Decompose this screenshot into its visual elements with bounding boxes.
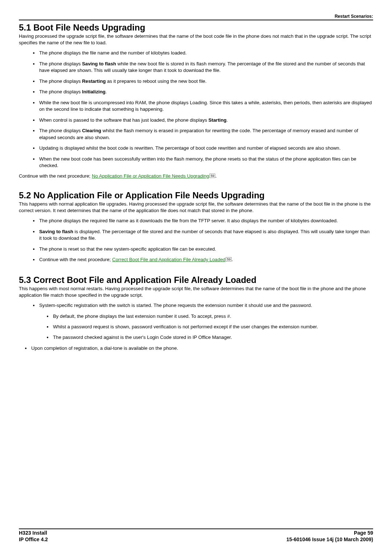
section-title-5-3: 5.3 Correct Boot File and Application Fi… (19, 275, 373, 285)
pageref-box: 59 (226, 257, 232, 262)
list-text: When control is passed to the software t… (39, 117, 208, 123)
list-text: The phone displays (39, 128, 82, 133)
bold-text: Saving to flash (39, 229, 73, 234)
list-item: Continue with the next procedure; Correc… (38, 256, 373, 263)
list-text: The phone is reset so that the new syste… (39, 246, 216, 252)
list-item: The phone displays Saving to flash while… (38, 61, 373, 74)
bold-text: Saving to flash (82, 61, 116, 66)
header-rule (19, 20, 373, 20)
list-item: The phone displays Clearing whilst the f… (38, 127, 373, 141)
list-text: System-specific registration with the sw… (39, 303, 312, 308)
section-3-intro: This happens with most normal restarts. … (19, 285, 373, 299)
footer-left-2: IP Office 4.2 (19, 536, 48, 543)
list-item: Updating is displayed whilst the boot co… (38, 145, 373, 151)
list-text: The phone displays (39, 89, 82, 94)
list-text: Continue with the next procedure; (39, 257, 112, 262)
bold-text: Starting (208, 117, 226, 123)
list-item: The phone displays Restarting as it prep… (38, 78, 373, 85)
list-item: By default, the phone displays the last … (52, 313, 373, 320)
list-item: When control is passed to the software t… (38, 117, 373, 123)
list-item: The phone displays the file name and the… (38, 50, 373, 56)
list-text: . (232, 257, 233, 262)
list-text: . (106, 89, 107, 94)
bold-text: Clearing (82, 128, 101, 133)
list-item: The phone is reset so that the new syste… (38, 246, 373, 252)
list-item: While the new boot file is uncompressed … (38, 100, 373, 113)
section-1-list: The phone displays the file name and the… (19, 50, 373, 169)
list-item: The phone displays the required file nam… (38, 218, 373, 224)
section-2-list: The phone displays the required file nam… (19, 218, 373, 263)
footer-right-1: Page 59 (354, 530, 373, 536)
list-item: The password checked against is the user… (52, 334, 373, 341)
list-text: The phone displays the required file nam… (39, 218, 338, 223)
section-title-5-1: 5.1 Boot File Needs Upgrading (19, 23, 373, 33)
xref-link-5-2[interactable]: No Application File or Application File … (92, 173, 209, 179)
list-item: Whilst a password request is shown, pass… (52, 324, 373, 330)
bold-text: Initializing (82, 89, 105, 94)
list-text: The phone displays (39, 61, 82, 66)
section-3-list-end: Upon completion of registration, a dial-… (19, 345, 373, 352)
continue-post: . (215, 173, 217, 179)
list-item: When the new boot code has been successf… (38, 156, 373, 169)
xref-link-5-3[interactable]: Correct Boot File and Application File A… (112, 257, 225, 262)
list-text: The password checked against is the user… (53, 335, 232, 340)
page-footer: H323 Install Page 59 IP Office 4.2 15-60… (19, 528, 373, 543)
list-text: Whilst a password request is shown, pass… (53, 324, 318, 329)
page-header: Restart Scenarios: (19, 14, 373, 20)
list-text: By default, the phone displays the last … (53, 313, 231, 319)
list-item: System-specific registration with the sw… (38, 302, 373, 341)
continue-paragraph-1: Continue with the next procedure; No App… (19, 173, 373, 179)
list-item: Upon completion of registration, a dial-… (30, 345, 373, 352)
footer-rule (19, 528, 373, 529)
list-text: . (226, 117, 228, 123)
breadcrumb: Restart Scenarios: (19, 14, 373, 20)
list-item: Saving to flash is displayed. The percen… (38, 228, 373, 242)
footer-right-2: 15-601046 Issue 14j (10 March 2009) (286, 536, 373, 543)
section-3-sublist: By default, the phone displays the last … (39, 313, 373, 341)
continue-pre: Continue with the next procedure; (19, 173, 92, 179)
section-2-intro: This happens with normal application fil… (19, 201, 373, 214)
section-title-5-2: 5.2 No Application File or Application F… (19, 190, 373, 200)
bold-text: Restarting (82, 78, 106, 84)
list-text: as it prepares to reboot using the new b… (106, 78, 207, 84)
list-text: Upon completion of registration, a dial-… (31, 345, 178, 351)
section-1-intro: Having processed the upgrade script file… (19, 33, 373, 46)
list-text: is displayed. The percentage of file sto… (39, 229, 369, 241)
section-3-list: System-specific registration with the sw… (19, 302, 373, 341)
list-item: The phone displays Initializing. (38, 89, 373, 95)
list-text: The phone displays the file name and the… (39, 50, 187, 56)
list-text: Updating is displayed whilst the boot co… (39, 145, 340, 151)
list-text: When the new boot code has been successf… (39, 156, 356, 168)
list-text: The phone displays (39, 78, 82, 84)
list-text: While the new boot file is uncompressed … (39, 100, 372, 112)
pageref-box: 59 (209, 174, 215, 178)
footer-left-1: H323 Install (19, 530, 47, 536)
